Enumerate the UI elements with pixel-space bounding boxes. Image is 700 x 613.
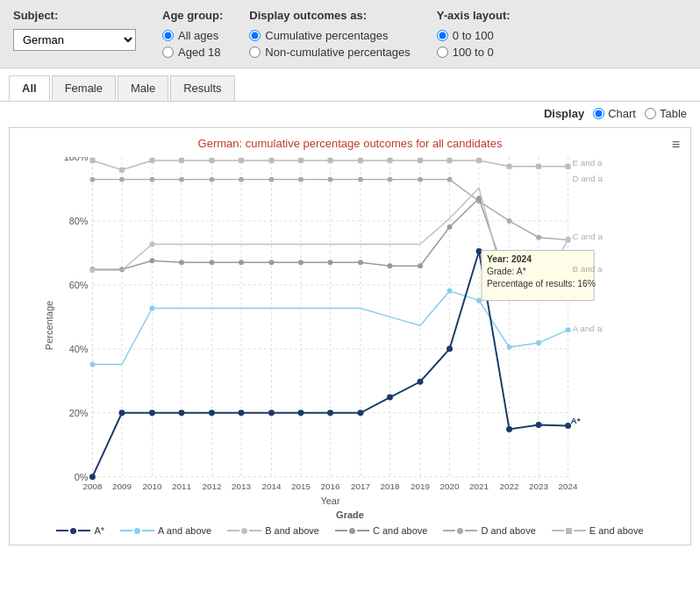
- svg-point-122: [536, 422, 542, 428]
- svg-text:2023: 2023: [529, 481, 548, 491]
- tab-results[interactable]: Results: [170, 75, 234, 101]
- svg-point-75: [447, 177, 453, 182]
- y-0-100-radio[interactable]: [437, 30, 448, 41]
- svg-point-71: [328, 177, 333, 182]
- svg-point-114: [298, 410, 304, 416]
- svg-rect-60: [507, 164, 512, 169]
- table-radio[interactable]: [645, 108, 656, 119]
- x-axis-label: Year: [58, 495, 603, 506]
- svg-point-82: [149, 258, 154, 263]
- tab-female[interactable]: Female: [52, 75, 116, 101]
- svg-rect-46: [89, 158, 95, 163]
- svg-text:A and above: A and above: [572, 324, 603, 333]
- chart-radio-label[interactable]: Chart: [608, 107, 636, 120]
- svg-point-113: [268, 410, 275, 416]
- svg-text:B and above: B and above: [572, 264, 603, 274]
- svg-text:2013: 2013: [232, 481, 251, 491]
- svg-point-63: [89, 177, 95, 182]
- svg-text:2024: 2024: [559, 481, 578, 491]
- svg-rect-53: [298, 158, 304, 163]
- svg-text:D and above: D and above: [572, 174, 603, 183]
- svg-rect-54: [328, 158, 333, 163]
- age-18-label[interactable]: Aged 18: [178, 46, 220, 59]
- non-cumulative-label[interactable]: Non-cumulative percentages: [265, 46, 410, 59]
- tab-male[interactable]: Male: [118, 75, 168, 101]
- svg-rect-48: [149, 158, 154, 163]
- cumulative-radio[interactable]: [249, 30, 261, 41]
- svg-text:2010: 2010: [142, 481, 161, 491]
- non-cumulative-radio[interactable]: [249, 46, 261, 58]
- svg-text:Percentage of results: 16%: Percentage of results: 16%: [487, 279, 596, 289]
- age-all-label[interactable]: All ages: [178, 29, 218, 42]
- svg-point-65: [149, 177, 154, 182]
- svg-point-99: [566, 237, 571, 242]
- svg-point-115: [327, 410, 333, 416]
- svg-point-90: [388, 263, 393, 268]
- svg-text:2018: 2018: [381, 481, 400, 491]
- hamburger-icon[interactable]: ≡: [672, 137, 680, 153]
- svg-point-109: [149, 410, 155, 416]
- svg-point-108: [118, 410, 125, 416]
- svg-rect-59: [476, 158, 482, 163]
- y-100-0-radio[interactable]: [437, 46, 448, 58]
- y-axis-label: Percentage: [44, 301, 54, 350]
- svg-text:2022: 2022: [500, 481, 519, 491]
- svg-text:2017: 2017: [351, 481, 370, 491]
- age-all-radio[interactable]: [162, 30, 174, 41]
- svg-point-91: [418, 263, 423, 268]
- svg-point-72: [358, 177, 363, 182]
- legend-d-above-label: D and above: [481, 525, 535, 536]
- svg-text:Grade: A*: Grade: A*: [487, 267, 526, 276]
- subject-select[interactable]: German English French: [13, 29, 136, 51]
- y-100-0-label[interactable]: 100 to 0: [453, 46, 494, 59]
- chart-radio[interactable]: [593, 108, 604, 119]
- svg-point-104: [507, 345, 512, 350]
- tab-all[interactable]: All: [9, 75, 50, 101]
- svg-rect-52: [269, 158, 275, 163]
- legend-astar-label: A*: [94, 525, 104, 536]
- svg-point-116: [358, 410, 364, 416]
- svg-text:2020: 2020: [440, 481, 460, 491]
- svg-point-66: [179, 177, 184, 182]
- legend-item-b-above: B and above: [227, 525, 319, 536]
- svg-text:2019: 2019: [411, 481, 430, 491]
- legend-item-a-above: A and above: [120, 525, 211, 536]
- svg-rect-56: [388, 158, 393, 163]
- svg-text:40%: 40%: [69, 344, 89, 354]
- svg-point-102: [447, 289, 453, 294]
- legend-b-above-label: B and above: [265, 525, 319, 536]
- age-group-label: Age group:: [162, 9, 223, 22]
- svg-point-87: [298, 260, 304, 265]
- cumulative-label[interactable]: Cumulative percentages: [265, 29, 388, 42]
- svg-text:80%: 80%: [69, 216, 89, 226]
- age-group-filter: Age group: All ages Aged 18: [162, 9, 223, 59]
- svg-point-98: [149, 242, 154, 247]
- subject-filter: Subject: German English French: [13, 9, 136, 51]
- svg-rect-57: [418, 158, 423, 163]
- svg-text:20%: 20%: [69, 408, 89, 418]
- svg-text:C and above: C and above: [572, 232, 603, 241]
- svg-text:2011: 2011: [172, 481, 191, 491]
- svg-point-121: [506, 426, 512, 432]
- age-18-radio[interactable]: [162, 46, 174, 58]
- svg-rect-49: [179, 158, 184, 163]
- svg-text:0%: 0%: [75, 472, 89, 482]
- chart-title: German: cumulative percentage outcomes f…: [18, 137, 682, 150]
- svg-point-112: [239, 410, 245, 416]
- svg-point-97: [89, 267, 95, 273]
- svg-point-73: [388, 177, 393, 182]
- svg-text:60%: 60%: [69, 280, 89, 290]
- svg-rect-62: [566, 164, 571, 169]
- y-0-100-label[interactable]: 0 to 100: [453, 29, 494, 42]
- svg-point-88: [328, 260, 333, 265]
- svg-rect-50: [210, 158, 215, 163]
- svg-point-83: [179, 260, 184, 265]
- age-all-row: All ages: [162, 29, 223, 42]
- svg-point-118: [418, 379, 424, 385]
- age-18-row: Aged 18: [162, 46, 223, 59]
- legend-row: A* A and above B and above C: [18, 525, 682, 536]
- svg-rect-58: [447, 158, 453, 163]
- filters-bar: Subject: German English French Age group…: [0, 0, 700, 68]
- table-radio-label[interactable]: Table: [660, 107, 687, 120]
- svg-point-110: [179, 410, 185, 416]
